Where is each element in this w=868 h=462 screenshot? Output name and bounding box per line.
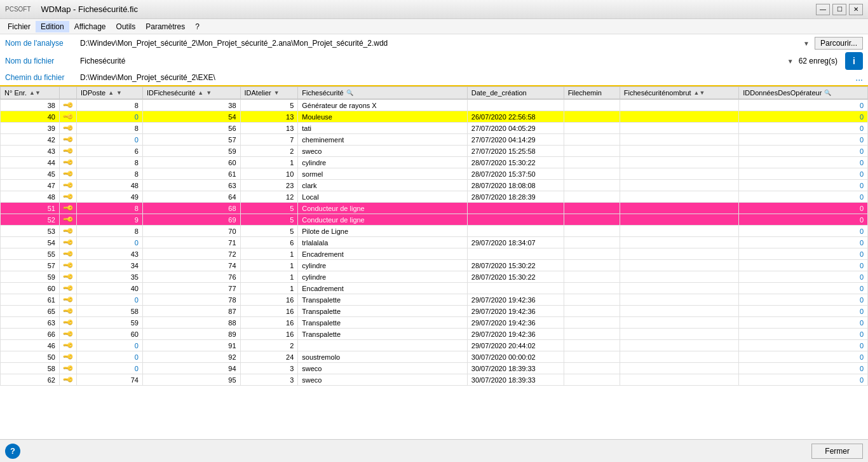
col-idatelier-filter[interactable]: ▼ xyxy=(274,90,280,96)
minimize-button[interactable]: — xyxy=(816,4,830,15)
cell-key[interactable]: 🔑 xyxy=(60,351,77,363)
table-row[interactable]: 42 🔑 0 57 7 cheminement 27/07/2020 04:14… xyxy=(1,134,868,146)
cell-num-enr: 58 xyxy=(1,363,60,374)
close-window-button[interactable]: ✕ xyxy=(849,4,863,15)
cell-key[interactable]: 🔑 xyxy=(60,363,77,374)
table-row[interactable]: 63 🔑 59 88 16 Transpalette 29/07/2020 19… xyxy=(1,317,868,329)
cell-idatelier: 16 xyxy=(240,317,298,329)
cell-num-enr: 51 xyxy=(1,203,60,214)
col-idfiche-filter[interactable]: ▼ xyxy=(206,90,212,96)
col-num-enr-sort[interactable]: ▲▼ xyxy=(29,90,41,96)
menu-outils[interactable]: Outils xyxy=(111,21,141,32)
cell-fichesec: Pilote de Ligne xyxy=(298,226,468,237)
cell-key[interactable]: 🔑 xyxy=(60,226,77,237)
col-num-enr[interactable]: N° Enr. ▲▼ xyxy=(1,87,60,100)
col-fichenombre[interactable]: Fichesécuriténombrut ▲▼ xyxy=(620,87,738,100)
col-fichesec[interactable]: Fichesécurité 🔍 xyxy=(298,87,468,100)
menu-edition[interactable]: Edition xyxy=(36,21,69,32)
cell-key[interactable]: 🔑 xyxy=(60,111,77,123)
table-row[interactable]: 39 🔑 8 56 13 tati 27/07/2020 04:05:29 0 xyxy=(1,123,868,134)
col-iddonnees-filter[interactable]: 🔍 xyxy=(824,90,831,96)
cell-key[interactable]: 🔑 xyxy=(60,99,77,111)
table-header: N° Enr. ▲▼ IDPoste ▲ ▼ IDFichesécurité xyxy=(1,87,868,100)
cell-key[interactable]: 🔑 xyxy=(60,283,77,294)
table-row[interactable]: 57 🔑 34 74 1 cylindre 28/07/2020 15:30:2… xyxy=(1,260,868,271)
maximize-button[interactable]: ☐ xyxy=(832,4,846,15)
col-idfiche[interactable]: IDFichesécurité ▲ ▼ xyxy=(142,87,240,100)
col-idposte-filter[interactable]: ▼ xyxy=(116,90,122,96)
table-row[interactable]: 47 🔑 48 63 23 clark 28/07/2020 18:08:08 … xyxy=(1,180,868,191)
cell-key[interactable]: 🔑 xyxy=(60,214,77,226)
cell-key[interactable]: 🔑 xyxy=(60,340,77,351)
table-row[interactable]: 51 🔑 8 68 5 Conducteur de ligne 0 xyxy=(1,203,868,214)
cell-key[interactable]: 🔑 xyxy=(60,306,77,317)
cell-key[interactable]: 🔑 xyxy=(60,271,77,283)
table-row[interactable]: 50 🔑 0 92 24 soustremolo 30/07/2020 00:0… xyxy=(1,351,868,363)
cell-iddonnees: 0 xyxy=(739,146,868,157)
nom-fichier-arrow[interactable]: ▼ xyxy=(787,58,794,65)
table-row[interactable]: 40 🔑 0 54 13 Mouleuse 26/07/2020 22:56:5… xyxy=(1,111,868,123)
cell-key[interactable]: 🔑 xyxy=(60,260,77,271)
table-row[interactable]: 55 🔑 43 72 1 Encadrement 0 xyxy=(1,248,868,260)
col-idfiche-sort[interactable]: ▲ xyxy=(198,90,203,96)
cell-key[interactable]: 🔑 xyxy=(60,294,77,306)
cell-key[interactable]: 🔑 xyxy=(60,123,77,134)
cell-key[interactable]: 🔑 xyxy=(60,134,77,146)
help-button[interactable]: ? xyxy=(5,444,20,459)
cell-key[interactable]: 🔑 xyxy=(60,191,77,203)
cell-key[interactable]: 🔑 xyxy=(60,248,77,260)
info-button[interactable]: i xyxy=(845,52,863,70)
table-row[interactable]: 44 🔑 8 60 1 cylindre 28/07/2020 15:30:22… xyxy=(1,157,868,168)
col-iddonnees-label: IDDonnéesDesOpérateur xyxy=(743,89,822,97)
table-row[interactable]: 54 🔑 0 71 6 trlalalala 29/07/2020 18:34:… xyxy=(1,237,868,248)
cell-key[interactable]: 🔑 xyxy=(60,317,77,329)
col-fichenombre-label: Fichesécuriténombrut xyxy=(624,89,691,97)
cell-key[interactable]: 🔑 xyxy=(60,157,77,168)
cell-fichesec: Encadrement xyxy=(298,283,468,294)
table-row[interactable]: 43 🔑 6 59 2 sweco 27/07/2020 15:25:58 0 xyxy=(1,146,868,157)
nom-analyse-arrow[interactable]: ▼ xyxy=(803,40,810,47)
col-date[interactable]: Date_de_création xyxy=(467,87,564,100)
table-row[interactable]: 45 🔑 8 61 10 sormel 28/07/2020 15:37:50 … xyxy=(1,168,868,180)
cell-key[interactable]: 🔑 xyxy=(60,203,77,214)
table-row[interactable]: 62 🔑 74 95 3 sweco 30/07/2020 18:39:33 0 xyxy=(1,374,868,386)
table-row[interactable]: 46 🔑 0 91 2 29/07/2020 20:44:02 0 xyxy=(1,340,868,351)
col-fichenombre-sort[interactable]: ▲▼ xyxy=(694,90,705,96)
cell-idposte: 40 xyxy=(77,283,143,294)
col-iddonnees[interactable]: IDDonnéesDesOpérateur 🔍 xyxy=(739,87,868,100)
cell-key[interactable]: 🔑 xyxy=(60,237,77,248)
col-idposte[interactable]: IDPoste ▲ ▼ xyxy=(77,87,143,100)
menu-parametres[interactable]: Paramètres xyxy=(140,21,190,32)
cell-filechemin xyxy=(564,374,620,386)
table-row[interactable]: 65 🔑 58 87 16 Transpalette 29/07/2020 19… xyxy=(1,306,868,317)
browse-button[interactable]: Parcourir... xyxy=(815,37,863,50)
table-row[interactable]: 48 🔑 49 64 12 Local 28/07/2020 18:28:39 … xyxy=(1,191,868,203)
close-button[interactable]: Fermer xyxy=(811,444,863,459)
table-row[interactable]: 59 🔑 35 76 1 cylindre 28/07/2020 15:30:2… xyxy=(1,271,868,283)
table-row[interactable]: 38 🔑 8 38 5 Générateur de rayons X 0 xyxy=(1,99,868,111)
table-row[interactable]: 61 🔑 0 78 16 Transpalette 29/07/2020 19:… xyxy=(1,294,868,306)
menu-help[interactable]: ? xyxy=(190,21,205,32)
cell-date: 27/07/2020 04:05:29 xyxy=(467,123,564,134)
col-idatelier[interactable]: IDAtelier ▼ xyxy=(240,87,298,100)
col-filechemin[interactable]: Filechemin xyxy=(564,87,620,100)
cell-idposte: 58 xyxy=(77,306,143,317)
cell-key[interactable]: 🔑 xyxy=(60,168,77,180)
col-fichesec-filter[interactable]: 🔍 xyxy=(346,90,353,96)
cell-key[interactable]: 🔑 xyxy=(60,146,77,157)
col-idposte-sort[interactable]: ▲ xyxy=(108,90,114,96)
chemin-dots-button[interactable]: ... xyxy=(855,72,863,83)
table-row[interactable]: 60 🔑 40 77 1 Encadrement 0 xyxy=(1,283,868,294)
table-row[interactable]: 66 🔑 60 89 16 Transpalette 29/07/2020 19… xyxy=(1,329,868,340)
cell-num-enr: 61 xyxy=(1,294,60,306)
cell-key[interactable]: 🔑 xyxy=(60,374,77,386)
table-row[interactable]: 52 🔑 9 69 5 Conducteur de ligne 0 xyxy=(1,214,868,226)
cell-key[interactable]: 🔑 xyxy=(60,329,77,340)
menu-affichage[interactable]: Affichage xyxy=(69,21,111,32)
cell-fichenombre xyxy=(620,226,738,237)
table-row[interactable]: 58 🔑 0 94 3 sweco 30/07/2020 18:39:33 0 xyxy=(1,363,868,374)
cell-key[interactable]: 🔑 xyxy=(60,180,77,191)
table-row[interactable]: 53 🔑 8 70 5 Pilote de Ligne 0 xyxy=(1,226,868,237)
menu-fichier[interactable]: Fichier xyxy=(3,21,36,32)
cell-fichesec: Conducteur de ligne xyxy=(298,214,468,226)
